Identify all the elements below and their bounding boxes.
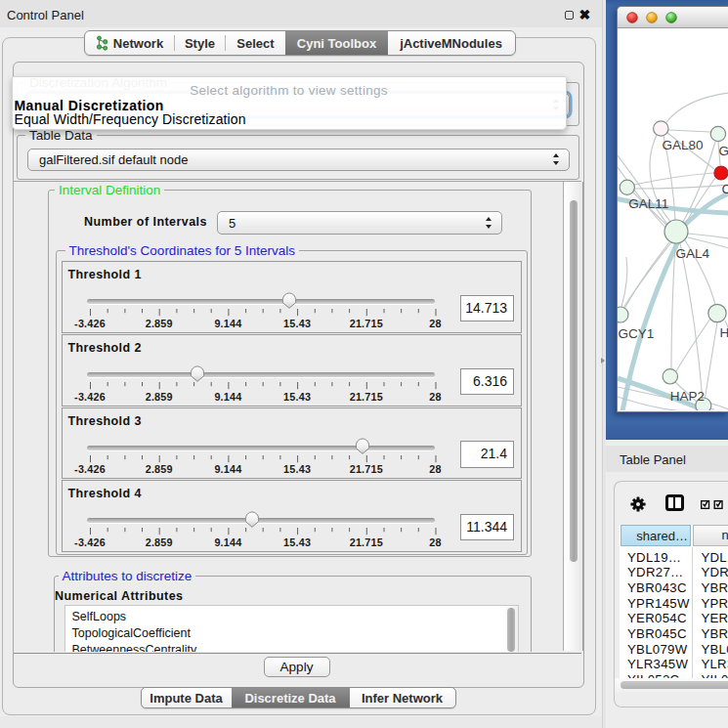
svg-text:GAL80: GAL80 — [663, 138, 704, 152]
svg-text:GAL4: GAL4 — [675, 246, 709, 261]
svg-text:GA: GA — [719, 144, 728, 158]
svg-text:HAP2: HAP2 — [670, 389, 705, 404]
svg-text:H: H — [720, 325, 728, 340]
svg-text:C: C — [722, 182, 728, 196]
svg-text:GCY1: GCY1 — [619, 326, 655, 341]
svg-text:GAL11: GAL11 — [628, 196, 668, 211]
